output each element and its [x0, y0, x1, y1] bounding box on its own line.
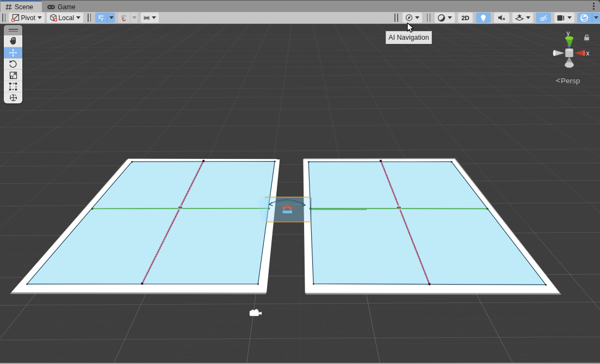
svg-text:y: y [567, 29, 570, 37]
svg-text:x: x [586, 50, 590, 57]
svg-text:Persp: Persp [561, 77, 580, 85]
svg-text:Y: Y [101, 17, 104, 22]
